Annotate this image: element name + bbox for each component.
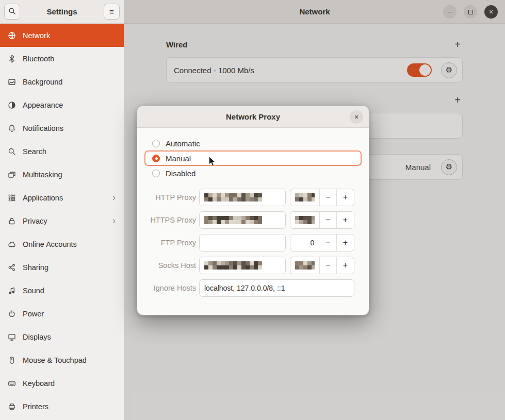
sidebar-item-label: Online Accounts [23, 240, 119, 248]
network-proxy-dialog: Network Proxy × Automatic Manual Disable… [137, 106, 369, 315]
monitor-icon [7, 332, 17, 342]
ftp-port-value[interactable]: 0 [290, 234, 319, 251]
radio-checked-icon [152, 155, 160, 162]
chevron-right-icon: › [112, 215, 119, 226]
sidebar-item-bluetooth[interactable]: Bluetooth [0, 47, 124, 70]
redacted-value [295, 216, 315, 224]
plus-icon: + [343, 238, 348, 247]
sidebar-item-label: Displays [23, 333, 119, 341]
sidebar-item-displays[interactable]: Displays [0, 325, 124, 348]
http-port-value[interactable] [290, 189, 320, 206]
plus-icon: + [343, 193, 348, 202]
http-proxy-input[interactable] [199, 189, 286, 206]
dialog-header: Network Proxy × [137, 106, 369, 128]
sidebar-item-sharing[interactable]: Sharing [0, 256, 124, 279]
sidebar-item-label: Keyboard [23, 379, 119, 388]
socks-host-row: Socks Host − + [144, 257, 362, 274]
sidebar-item-background[interactable]: Background [0, 70, 124, 93]
sidebar-item-applications[interactable]: Applications › [0, 186, 124, 209]
socks-port-decrement-button[interactable]: − [320, 257, 337, 274]
bell-icon [7, 124, 17, 133]
radio-icon [152, 170, 160, 177]
sidebar-item-privacy[interactable]: Privacy › [0, 209, 124, 232]
radio-label: Disabled [166, 169, 196, 178]
proxy-option-automatic[interactable]: Automatic [144, 136, 362, 150]
sidebar-item-label: Mouse & Touchpad [23, 356, 119, 364]
menu-button[interactable]: ≡ [104, 4, 120, 20]
proxy-form: HTTP Proxy − + HTTPS Proxy [144, 189, 362, 297]
socks-port-increment-button[interactable]: + [337, 257, 354, 274]
cloud-icon [7, 240, 17, 249]
network-icon [7, 31, 17, 40]
sidebar-item-notifications[interactable]: Notifications [0, 116, 124, 140]
sidebar-item-label: Power [23, 310, 119, 318]
https-proxy-input[interactable] [199, 211, 286, 229]
ignore-hosts-input[interactable]: localhost, 127.0.0.0/8, ::1 [199, 279, 354, 297]
hamburger-icon: ≡ [109, 7, 114, 16]
http-port-increment-button[interactable]: + [337, 189, 354, 206]
sidebar-item-printers[interactable]: Printers [0, 395, 124, 418]
sidebar-item-mouse-touchpad[interactable]: Mouse & Touchpad [0, 348, 124, 372]
sidebar-item-search[interactable]: Search [0, 140, 124, 163]
share-icon [7, 263, 17, 272]
http-port-decrement-button[interactable]: − [320, 189, 337, 206]
ftp-port-increment-button[interactable]: + [337, 234, 354, 251]
https-port-spinner: − + [290, 211, 354, 229]
sidebar-item-sound[interactable]: Sound [0, 279, 124, 302]
sidebar-item-appearance[interactable]: Appearance [0, 93, 124, 116]
ftp-port-decrement-button[interactable]: − [319, 234, 336, 251]
search-button[interactable] [4, 4, 20, 20]
multitasking-icon [7, 170, 17, 179]
search-icon [7, 147, 17, 156]
sidebar-item-power[interactable]: Power [0, 302, 124, 325]
sidebar-item-label: Sound [23, 287, 119, 295]
ftp-proxy-input[interactable] [199, 234, 286, 251]
sidebar-item-label: Background [23, 78, 119, 86]
sidebar-item-label: Appearance [23, 101, 119, 109]
http-proxy-label: HTTP Proxy [144, 193, 196, 201]
proxy-option-manual[interactable]: Manual [144, 150, 362, 166]
redacted-value [204, 261, 262, 270]
sidebar-item-online-accounts[interactable]: Online Accounts [0, 232, 124, 256]
sidebar-item-label: Network [23, 31, 119, 40]
keyboard-icon [7, 379, 17, 388]
plus-icon: + [343, 215, 348, 225]
ignore-hosts-label: Ignore Hosts [144, 284, 196, 292]
sidebar-nav: Network Bluetooth Background Appearance [0, 24, 124, 420]
background-icon [7, 77, 17, 87]
ftp-proxy-row: FTP Proxy 0 − + [144, 234, 362, 251]
sidebar-item-label: Printers [23, 402, 119, 411]
https-port-value[interactable] [290, 212, 320, 228]
http-proxy-row: HTTP Proxy − + [144, 189, 362, 206]
https-proxy-row: HTTPS Proxy − + [144, 211, 362, 229]
minus-icon: − [325, 193, 330, 202]
minus-icon: − [325, 261, 330, 270]
sidebar-item-label: Bluetooth [23, 55, 119, 63]
http-port-spinner: − + [290, 189, 354, 206]
minus-icon: − [325, 215, 330, 225]
socks-port-spinner: − + [290, 257, 354, 274]
sidebar-item-label: Sharing [23, 263, 119, 272]
radio-label: Manual [166, 154, 191, 163]
sidebar-item-label: Applications [23, 194, 106, 202]
app-grid-icon [7, 193, 17, 203]
bluetooth-icon [7, 54, 17, 63]
https-port-increment-button[interactable]: + [337, 212, 354, 228]
socks-host-input[interactable] [199, 257, 286, 274]
sidebar-item-multitasking[interactable]: Multitasking [0, 163, 124, 186]
dialog-body: Automatic Manual Disabled HTTP Proxy [137, 128, 369, 297]
music-note-icon [7, 286, 17, 295]
sidebar-item-network[interactable]: Network [0, 24, 124, 47]
sidebar-item-keyboard[interactable]: Keyboard [0, 372, 124, 395]
search-icon [8, 7, 16, 16]
https-port-decrement-button[interactable]: − [320, 212, 337, 228]
socks-port-value[interactable] [290, 257, 320, 274]
sidebar-header: Settings ≡ [0, 0, 124, 24]
proxy-option-disabled[interactable]: Disabled [144, 166, 362, 180]
redacted-value [295, 261, 315, 270]
redacted-value [295, 193, 315, 201]
sidebar-item-label: Search [23, 147, 119, 156]
ftp-proxy-label: FTP Proxy [144, 239, 196, 247]
sidebar-item-label: Privacy [23, 217, 106, 225]
dialog-close-button[interactable]: × [350, 110, 363, 124]
